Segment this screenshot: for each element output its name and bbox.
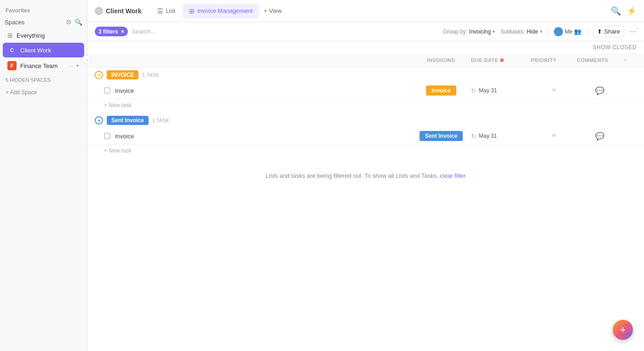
calendar-icon: ↻ <box>471 87 476 94</box>
new-task-row-2: + New task <box>87 145 644 157</box>
sidebar-item-client-work-label: Client Work <box>20 47 80 54</box>
tab-list[interactable]: ☰ List <box>151 4 182 18</box>
group-invoice-header: ▾ INVOICE 1 TASK <box>87 68 644 82</box>
me-filter-button[interactable]: Me 👥 <box>554 27 582 36</box>
task-name[interactable]: Invoice <box>115 87 411 94</box>
comment-icon[interactable]: 💬 <box>595 132 604 141</box>
subtasks-chevron: ▾ <box>540 29 542 34</box>
group-invoice-collapse[interactable]: ▾ <box>95 71 103 79</box>
search-input[interactable] <box>132 28 224 35</box>
me-avatar <box>554 27 563 36</box>
invoice-management-icon: ⊞ <box>189 7 195 15</box>
task-duedate: ↻ May 31 <box>471 133 531 140</box>
toolbar: 3 filters × Group by: Invoicing ▾ Subtas… <box>87 22 644 41</box>
task-priority: ⚑ <box>531 132 577 140</box>
tab-invoice-management-label: Invoice Management <box>197 7 253 14</box>
favorites-section: Favorites <box>0 4 87 16</box>
filter-clear-icon[interactable]: × <box>121 28 125 35</box>
add-space-label: + Add Space <box>6 89 37 96</box>
task-checkbox[interactable] <box>104 87 110 94</box>
new-task-button-2[interactable]: + New task <box>104 147 132 154</box>
new-task-button-1[interactable]: + New task <box>104 102 132 108</box>
table-header: INVOICING DUE DATE PRIORITY COMMENTS + <box>87 53 644 68</box>
spaces-header: Spaces ⚙ 🔍 <box>0 16 87 28</box>
sidebar-item-finance-team[interactable]: F Finance Team ··· + <box>3 58 84 73</box>
filter-message: Lists and tasks are being filtered out. … <box>87 159 644 193</box>
clear-filter-link[interactable]: clear filter <box>440 172 466 179</box>
share-button[interactable]: ⬆ Share <box>593 26 624 37</box>
share-label: Share <box>604 28 620 35</box>
task-row: Invoice Invoice ↻ May 31 ⚑ 💬 <box>87 82 644 99</box>
due-date-dot <box>500 58 504 62</box>
add-item-icon[interactable]: + <box>75 62 80 70</box>
task-name[interactable]: Invoice <box>115 133 411 140</box>
sidebar: Favorites Spaces ⚙ 🔍 ⊞ Everything C Clie… <box>0 0 87 351</box>
col-duedate-header: DUE DATE <box>471 57 531 63</box>
page-icon: ◌ <box>95 7 103 15</box>
more-options-icon[interactable]: ··· <box>68 62 74 69</box>
page-title: Client Work <box>106 7 142 15</box>
filter-message-text: Lists and tasks are being filtered out. … <box>265 172 438 179</box>
bolt-icon[interactable]: ⚡ <box>627 6 637 16</box>
subtasks-selector[interactable]: Subtasks: Hide ▾ <box>500 28 542 35</box>
priority-flag-icon[interactable]: ⚑ <box>551 132 557 140</box>
breadcrumb: ◌ Client Work <box>95 7 142 15</box>
add-view-button[interactable]: + View <box>260 6 285 16</box>
group-invoice-count: 1 TASK <box>142 72 159 78</box>
task-comments: 💬 <box>577 132 623 141</box>
topnav-right-actions: 🔍 ⚡ <box>611 6 637 16</box>
show-closed-button[interactable]: SHOW CLOSED <box>592 44 637 51</box>
spaces-label: Spaces <box>5 19 24 26</box>
client-work-icon: C <box>7 45 17 55</box>
task-comments: 💬 <box>577 86 623 95</box>
group-sent-invoice: ▾ Sent Invoice 1 TASK Invoice Sent Invoi… <box>87 113 644 157</box>
sidebar-item-everything-label: Everything <box>17 32 80 39</box>
group-sent-invoice-collapse[interactable]: ▾ <box>95 116 103 125</box>
group-invoice-badge: INVOICE <box>107 70 138 79</box>
sidebar-item-finance-team-label: Finance Team <box>20 62 64 69</box>
group-sent-invoice-header: ▾ Sent Invoice 1 TASK <box>87 113 644 128</box>
search-icon[interactable]: 🔍 <box>611 6 621 16</box>
priority-flag-icon[interactable]: ⚑ <box>551 87 557 94</box>
group-by-chevron: ▾ <box>493 29 495 34</box>
hidden-spaces[interactable]: 5 HIDDEN SPACES <box>0 74 87 86</box>
people-icon: 👥 <box>574 28 581 35</box>
task-due-date-value: May 31 <box>479 133 497 139</box>
main-content: ◌ Client Work ☰ List ⊞ Invoice Managemen… <box>87 0 644 351</box>
sidebar-item-client-work[interactable]: C Client Work <box>3 43 84 57</box>
fab-button[interactable]: + <box>613 320 633 340</box>
nav-tabs: ☰ List ⊞ Invoice Management + View <box>151 4 286 18</box>
col-comments-header: COMMENTS <box>577 57 623 63</box>
filter-count: 3 filters <box>98 28 118 35</box>
finance-team-actions: ··· + <box>68 62 80 70</box>
group-by-selector[interactable]: Group by: Invoicing ▾ <box>443 28 495 35</box>
comment-icon[interactable]: 💬 <box>595 86 604 95</box>
search-spaces-icon[interactable]: 🔍 <box>75 18 82 26</box>
filter-badge[interactable]: 3 filters × <box>95 27 128 36</box>
sidebar-item-everything[interactable]: ⊞ Everything <box>3 29 84 42</box>
finance-team-icon: F <box>7 61 17 70</box>
content-area: INVOICING DUE DATE PRIORITY COMMENTS + ▾… <box>87 53 644 351</box>
task-checkbox[interactable] <box>104 133 110 139</box>
calendar-icon: ↻ <box>471 133 476 140</box>
subtasks-label: Subtasks: <box>500 28 525 35</box>
task-status-pill[interactable]: Invoice <box>426 85 456 96</box>
search-box <box>132 28 439 35</box>
new-task-row-1: + New task <box>87 99 644 111</box>
col-invoicing-header: INVOICING <box>411 57 471 63</box>
add-column-icon[interactable]: + <box>623 56 627 64</box>
task-status-pill[interactable]: Sent Invoice <box>420 131 463 141</box>
subtasks-value: Hide <box>527 28 538 35</box>
hidden-spaces-label: 5 HIDDEN SPACES <box>6 77 51 83</box>
task-invoicing: Sent Invoice <box>411 131 471 141</box>
favorites-label: Favorites <box>6 7 30 14</box>
sidebar-collapse-button[interactable]: ‹ <box>82 55 92 64</box>
add-space-button[interactable]: + Add Space <box>0 86 87 98</box>
share-icon: ⬆ <box>597 28 602 35</box>
group-sent-invoice-count: 1 TASK <box>152 118 169 123</box>
settings-icon[interactable]: ⚙ <box>66 18 72 26</box>
more-options-button[interactable]: ··· <box>630 27 637 36</box>
show-closed-bar: SHOW CLOSED <box>87 41 644 53</box>
tab-invoice-management[interactable]: ⊞ Invoice Management <box>183 4 259 18</box>
grid-icon: ⊞ <box>7 32 13 39</box>
